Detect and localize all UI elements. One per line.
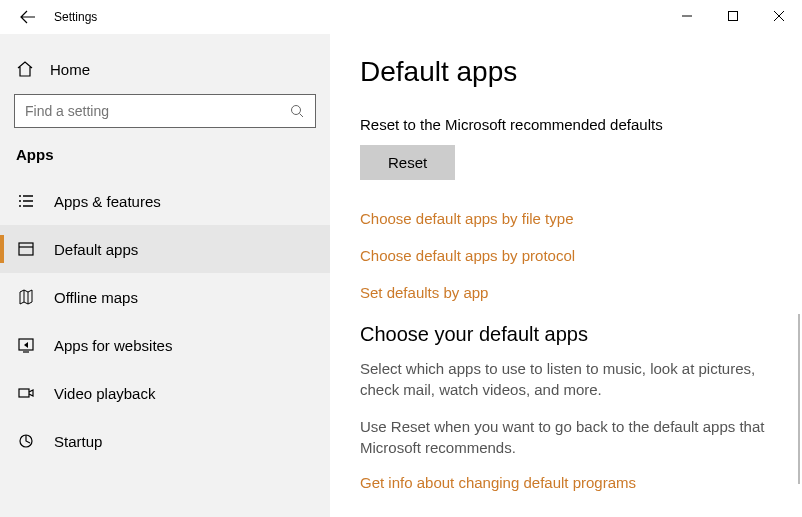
sidebar-item-startup[interactable]: Startup <box>0 417 330 465</box>
list-icon <box>16 191 36 211</box>
defaults-icon <box>16 239 36 259</box>
sidebar-item-label: Default apps <box>54 241 138 258</box>
maximize-icon <box>728 11 738 21</box>
page-title: Default apps <box>360 56 772 88</box>
main-panel: Default apps Reset to the Microsoft reco… <box>330 34 802 517</box>
video-icon <box>16 383 36 403</box>
choose-paragraph-2: Use Reset when you want to go back to th… <box>360 416 770 458</box>
sidebar-item-video-playback[interactable]: Video playback <box>0 369 330 417</box>
window-controls <box>664 0 802 32</box>
sidebar-item-default-apps[interactable]: Default apps <box>0 225 330 273</box>
titlebar: Settings <box>0 0 802 34</box>
map-icon <box>16 287 36 307</box>
sidebar-item-apps-features[interactable]: Apps & features <box>0 177 330 225</box>
close-icon <box>774 11 784 21</box>
minimize-button[interactable] <box>664 0 710 32</box>
reset-description: Reset to the Microsoft recommended defau… <box>360 116 772 133</box>
home-label: Home <box>50 61 90 78</box>
choose-paragraph-1: Select which apps to use to listen to mu… <box>360 358 770 400</box>
window-title: Settings <box>54 10 97 24</box>
sidebar-item-label: Offline maps <box>54 289 138 306</box>
search-field[interactable] <box>25 103 290 119</box>
reset-button[interactable]: Reset <box>360 145 455 180</box>
choose-heading: Choose your default apps <box>360 323 772 346</box>
sidebar-item-label: Startup <box>54 433 102 450</box>
home-nav[interactable]: Home <box>0 52 330 94</box>
startup-icon <box>16 431 36 451</box>
maximize-button[interactable] <box>710 0 756 32</box>
sidebar-item-label: Apps for websites <box>54 337 172 354</box>
minimize-icon <box>682 11 692 21</box>
svg-rect-2 <box>19 243 33 255</box>
scrollbar[interactable] <box>798 314 800 484</box>
search-icon <box>290 104 305 119</box>
websites-icon <box>16 335 36 355</box>
svg-point-1 <box>292 105 301 114</box>
close-button[interactable] <box>756 0 802 32</box>
sidebar-section-heading: Apps <box>0 146 330 177</box>
link-by-app[interactable]: Set defaults by app <box>360 284 772 301</box>
sidebar-item-apps-websites[interactable]: Apps for websites <box>0 321 330 369</box>
sidebar-item-offline-maps[interactable]: Offline maps <box>0 273 330 321</box>
back-button[interactable] <box>10 0 46 34</box>
svg-rect-0 <box>729 12 738 21</box>
link-by-file-type[interactable]: Choose default apps by file type <box>360 210 772 227</box>
sidebar-item-label: Apps & features <box>54 193 161 210</box>
search-input[interactable] <box>14 94 316 128</box>
link-info[interactable]: Get info about changing default programs <box>360 474 772 491</box>
svg-rect-4 <box>19 389 29 397</box>
arrow-left-icon <box>20 9 36 25</box>
home-icon <box>16 60 34 78</box>
sidebar-item-label: Video playback <box>54 385 155 402</box>
sidebar: Home Apps Apps & features Default apps <box>0 34 330 517</box>
link-by-protocol[interactable]: Choose default apps by protocol <box>360 247 772 264</box>
